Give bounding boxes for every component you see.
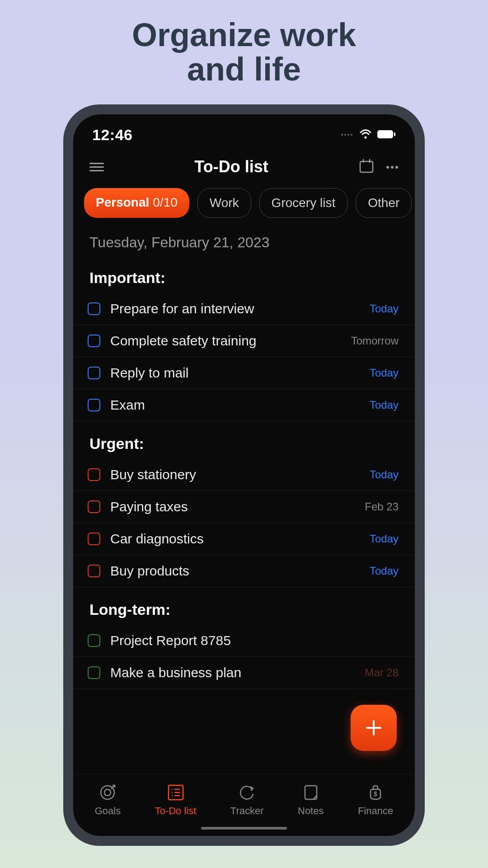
sections-container: Important:Prepare for an interviewTodayC… [73, 255, 415, 774]
hero-title: Organize work and life [132, 18, 356, 86]
svg-rect-6 [394, 132, 395, 136]
target-icon [99, 783, 117, 802]
plus-icon [364, 718, 383, 737]
section-title: Urgent: [73, 421, 415, 459]
nav-goals[interactable]: Goals [95, 783, 121, 817]
task-checkbox[interactable] [88, 367, 100, 379]
task-checkbox[interactable] [88, 533, 100, 545]
task-checkbox[interactable] [88, 468, 100, 481]
task-due: Today [370, 367, 399, 379]
task-label: Paying taxes [110, 499, 365, 514]
nav-label: Goals [95, 805, 121, 817]
svg-point-1 [344, 134, 346, 136]
status-bar: 12:46 [73, 114, 415, 148]
nav-tracker[interactable]: Tracker [230, 783, 264, 817]
svg-point-10 [386, 166, 389, 169]
task-row[interactable]: Prepare for an interviewToday [73, 293, 415, 325]
tab-work[interactable]: Work [197, 188, 251, 218]
section-title: Long-term: [73, 587, 415, 625]
nav-label: Finance [358, 805, 393, 817]
app-header: To-Do list [73, 148, 415, 184]
svg-point-0 [341, 134, 343, 136]
more-icon[interactable] [386, 163, 399, 171]
svg-point-3 [351, 134, 352, 136]
task-due: Today [370, 533, 399, 545]
current-date: Tuesday, February 21, 2023 [73, 223, 415, 255]
task-due: Today [370, 468, 399, 481]
task-due: Feb 23 [365, 500, 399, 513]
tab-count: 0/10 [153, 195, 178, 209]
task-checkbox[interactable] [88, 302, 100, 315]
bottom-nav: GoalsTo-Do listTrackerNotes$Finance [73, 774, 415, 821]
calendar-icon[interactable] [359, 158, 374, 175]
tab-other[interactable]: Other [356, 188, 412, 218]
svg-point-4 [365, 136, 367, 138]
task-label: Project Report 8785 [110, 633, 399, 648]
home-indicator[interactable] [201, 827, 287, 830]
status-right [341, 129, 396, 142]
task-label: Reply to mail [110, 365, 370, 381]
task-label: Complete safety training [110, 333, 351, 349]
phone-frame: 12:46 To-Do list [63, 104, 425, 846]
battery-icon [377, 130, 396, 141]
tab-label: Grocery list [272, 196, 336, 210]
hero-line1: Organize work [132, 18, 356, 52]
nav-label: Tracker [230, 805, 264, 817]
svg-point-12 [395, 166, 398, 169]
task-label: Car diagnostics [110, 531, 370, 547]
task-label: Buy stationery [110, 467, 370, 482]
add-button[interactable] [351, 705, 397, 751]
list-icon [167, 783, 185, 802]
task-row[interactable]: Reply to mailToday [73, 357, 415, 389]
nav-finance[interactable]: $Finance [358, 783, 393, 817]
task-due: Today [370, 565, 399, 577]
task-row[interactable]: Buy productsToday [73, 555, 415, 587]
task-checkbox[interactable] [88, 335, 100, 347]
hamburger-icon[interactable] [89, 163, 104, 171]
task-row[interactable]: Project Report 8785 [73, 625, 415, 657]
section-title: Important: [73, 255, 415, 293]
svg-rect-7 [360, 161, 373, 172]
cellular-icon [341, 131, 354, 139]
task-checkbox[interactable] [88, 634, 100, 647]
task-due: Tomorrow [351, 335, 399, 347]
svg-point-16 [104, 789, 111, 796]
task-label: Prepare for an interview [110, 301, 370, 316]
task-checkbox[interactable] [88, 500, 100, 513]
wifi-icon [359, 129, 372, 142]
status-time: 12:46 [92, 126, 132, 144]
category-tabs: Personal0/10WorkGrocery listOther [73, 184, 415, 223]
money-icon: $ [366, 783, 385, 802]
tab-label: Other [368, 196, 399, 210]
svg-rect-5 [377, 130, 393, 138]
task-due: Today [370, 302, 399, 315]
svg-point-2 [347, 134, 349, 136]
nav-label: To-Do list [155, 805, 197, 817]
nav-notes[interactable]: Notes [298, 783, 324, 817]
task-row[interactable]: ExamToday [73, 389, 415, 421]
tab-personal[interactable]: Personal0/10 [84, 188, 189, 218]
task-row[interactable]: Car diagnosticsToday [73, 523, 415, 555]
task-label: Buy products [110, 563, 370, 579]
phone-screen: 12:46 To-Do list [73, 114, 415, 836]
svg-text:$: $ [374, 790, 377, 797]
app-title: To-Do list [194, 157, 268, 176]
svg-point-11 [391, 166, 394, 169]
task-label: Make a business plan [110, 665, 365, 680]
task-checkbox[interactable] [88, 399, 100, 411]
task-row[interactable]: Make a business planMar 28 [73, 657, 415, 689]
task-row[interactable]: Complete safety trainingTomorrow [73, 325, 415, 357]
nav-to-do-list[interactable]: To-Do list [155, 783, 197, 817]
tab-grocery-list[interactable]: Grocery list [259, 188, 348, 218]
task-label: Exam [110, 397, 370, 413]
task-due: Mar 28 [365, 666, 399, 679]
task-row[interactable]: Buy stationeryToday [73, 459, 415, 491]
task-row[interactable]: Paying taxesFeb 23 [73, 491, 415, 523]
task-checkbox[interactable] [88, 666, 100, 679]
tab-label: Work [210, 196, 239, 210]
refresh-icon [238, 783, 256, 802]
task-due: Today [370, 399, 399, 411]
note-icon [302, 783, 320, 802]
nav-label: Notes [298, 805, 324, 817]
task-checkbox[interactable] [88, 565, 100, 577]
